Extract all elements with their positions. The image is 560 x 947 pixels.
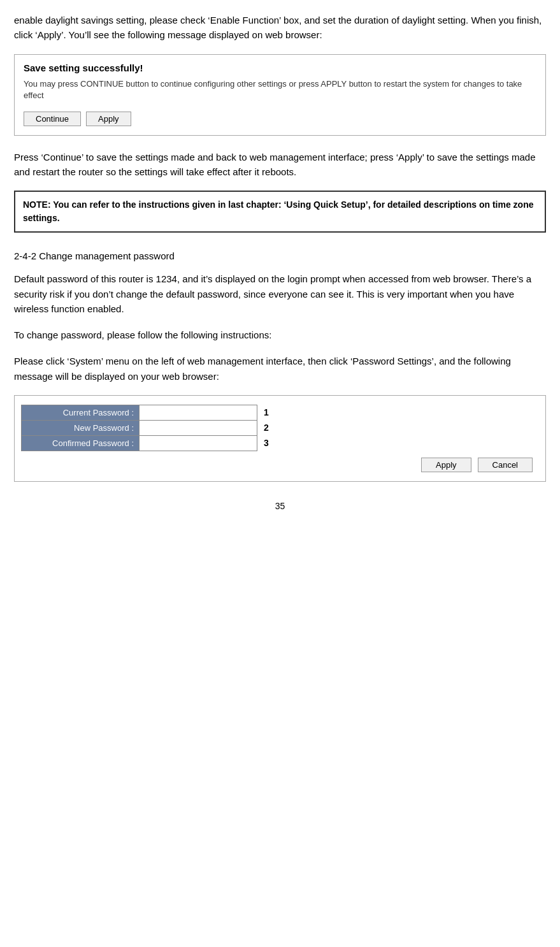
confirmed-password-input-cell [140, 435, 257, 451]
note-box: NOTE: You can refer to the instructions … [14, 191, 546, 233]
continue-button[interactable]: Continue [24, 112, 81, 126]
form-button-row: Apply Cancel [21, 458, 539, 472]
new-password-input-cell [140, 420, 257, 435]
paragraph-continue-apply: Press ‘Continue’ to save the settings ma… [14, 150, 546, 180]
save-settings-box: Save setting successfully! You may press… [14, 54, 546, 136]
table-row-confirmed: Confirmed Password : 3 [22, 435, 539, 451]
save-box-buttons: Continue Apply [24, 112, 536, 126]
intro-text: enable daylight savings setting, please … [14, 13, 546, 43]
section-title-242: 2-4-2 Change management password [14, 250, 546, 261]
confirmed-password-label: Confirmed Password : [22, 435, 140, 451]
paragraph-default-password: Default password of this router is 1234,… [14, 271, 546, 316]
number-3: 3 [257, 435, 539, 451]
password-form-table: Current Password : 1 New Password : 2 Co… [21, 405, 539, 451]
apply-button-savebox[interactable]: Apply [86, 112, 131, 126]
new-password-label: New Password : [22, 420, 140, 435]
current-password-input[interactable] [142, 407, 254, 419]
password-form-wrapper: Current Password : 1 New Password : 2 Co… [14, 395, 546, 482]
apply-button-form[interactable]: Apply [421, 458, 471, 472]
number-2: 2 [257, 420, 539, 435]
cancel-button-form[interactable]: Cancel [478, 458, 533, 472]
confirmed-password-input[interactable] [142, 437, 254, 449]
page-number: 35 [14, 501, 546, 511]
paragraph-please-click: Please click ‘System’ menu on the left o… [14, 354, 546, 384]
number-1: 1 [257, 405, 539, 420]
save-box-title: Save setting successfully! [24, 62, 536, 73]
new-password-input[interactable] [142, 422, 254, 434]
paragraph-to-change: To change password, please follow the fo… [14, 328, 546, 342]
current-password-label: Current Password : [22, 405, 140, 420]
table-row-current: Current Password : 1 [22, 405, 539, 420]
current-password-input-cell [140, 405, 257, 420]
save-box-desc: You may press CONTINUE button to continu… [24, 78, 536, 101]
table-row-new: New Password : 2 [22, 420, 539, 435]
